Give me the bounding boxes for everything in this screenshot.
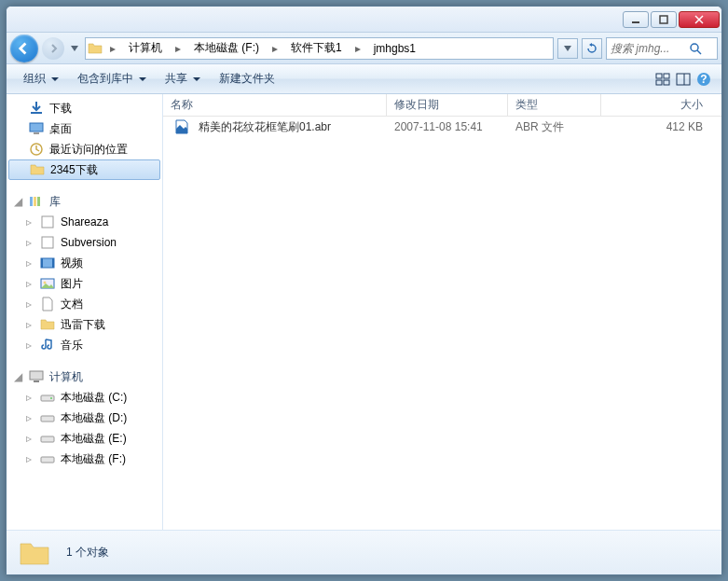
refresh-button[interactable] [582, 38, 602, 59]
address-bar[interactable]: ▸ 计算机 ▸ 本地磁盘 (F:) ▸ 软件下载1 ▸ jmhgbs1 [85, 37, 554, 60]
expander-icon[interactable]: ▹ [23, 319, 34, 330]
sidebar-item-music[interactable]: ▹音乐 [7, 335, 162, 355]
svg-rect-16 [34, 132, 39, 134]
svg-rect-20 [37, 197, 40, 206]
sidebar-item-desktop[interactable]: ▹桌面 [7, 118, 162, 139]
breadcrumb-folder2[interactable]: jmhgbs1 [368, 38, 421, 59]
minimize-button[interactable] [623, 11, 649, 28]
sidebar-item-drive-e[interactable]: ▹本地磁盘 (E:) [7, 428, 162, 449]
include-in-library-menu[interactable]: 包含到库中 [68, 64, 156, 93]
svg-point-4 [691, 44, 698, 51]
file-list[interactable]: 精美的花纹花框笔刷01.abr 2007-11-08 15:41 ABR 文件 … [163, 117, 721, 530]
expander-icon[interactable]: ▹ [23, 278, 34, 289]
drive-icon [40, 390, 55, 405]
expander-icon[interactable]: ▹ [23, 453, 34, 464]
breadcrumb-computer[interactable]: 计算机 [123, 38, 168, 59]
svg-rect-19 [34, 197, 36, 206]
folder-icon [88, 41, 103, 56]
svg-text:?: ? [700, 73, 707, 86]
tree-label: 迅雷下载 [61, 317, 105, 333]
sidebar-item-subversion[interactable]: ▹Subversion [7, 232, 162, 253]
sidebar-item-xunlei[interactable]: ▹迅雷下载 [7, 314, 162, 335]
expander-icon[interactable]: ▹ [23, 237, 34, 248]
refresh-dropdown[interactable] [557, 38, 578, 59]
close-button[interactable] [679, 11, 720, 28]
expander-icon[interactable]: ▹ [23, 392, 34, 403]
content-area: 名称 修改日期 类型 大小 精美的花纹花框笔刷01.abr 2007-11-08… [163, 94, 721, 530]
svg-rect-28 [30, 371, 43, 380]
nav-tree[interactable]: ▹下载 ▹桌面 ▹最近访问的位置 ▹2345下载 ◢库 ▹Shareaza ▹S… [7, 94, 163, 530]
svg-rect-14 [31, 112, 42, 114]
new-folder-button[interactable]: 新建文件夹 [210, 64, 284, 93]
svg-rect-6 [656, 74, 662, 78]
sidebar-item-recent[interactable]: ▹最近访问的位置 [7, 139, 162, 159]
tree-label: 视频 [61, 256, 83, 271]
svg-rect-9 [664, 80, 669, 85]
sidebar-item-pictures[interactable]: ▹图片 [7, 273, 162, 294]
tree-label: 计算机 [49, 369, 83, 385]
expander-icon[interactable]: ▹ [23, 257, 34, 269]
tree-label: 桌面 [49, 121, 72, 137]
tree-label: Subversion [61, 236, 117, 249]
organize-menu[interactable]: 组织 [14, 64, 68, 93]
sidebar-item-drive-d[interactable]: ▹本地磁盘 (D:) [7, 408, 162, 428]
expander-icon[interactable]: ◢ [12, 196, 23, 207]
sidebar-item-drive-f[interactable]: ▹本地磁盘 (F:) [7, 449, 162, 469]
app-icon [40, 214, 55, 229]
chevron-right-icon[interactable]: ▸ [268, 42, 282, 55]
download-icon [29, 101, 44, 116]
expander-icon[interactable]: ▹ [23, 339, 34, 351]
expander-icon[interactable]: ▹ [23, 433, 34, 444]
svg-line-5 [697, 50, 701, 54]
file-row[interactable]: 精美的花纹花框笔刷01.abr 2007-11-08 15:41 ABR 文件 … [163, 117, 721, 137]
history-dropdown[interactable] [68, 39, 81, 58]
column-date[interactable]: 修改日期 [387, 94, 508, 116]
column-size[interactable]: 大小 [601, 94, 721, 116]
pictures-icon [40, 276, 55, 291]
breadcrumb-folder1[interactable]: 软件下载1 [285, 38, 348, 59]
sidebar-item-documents[interactable]: ▹文档 [7, 294, 162, 314]
preview-pane-button[interactable] [673, 69, 694, 90]
sidebar-item-downloads[interactable]: ▹下载 [7, 98, 162, 118]
svg-rect-23 [41, 258, 54, 268]
expander-icon[interactable]: ◢ [12, 371, 23, 382]
breadcrumb-drive-f[interactable]: 本地磁盘 (F:) [188, 38, 265, 59]
back-button[interactable] [10, 35, 38, 62]
music-icon [40, 338, 55, 353]
expander-icon[interactable]: ▹ [23, 298, 34, 310]
file-date: 2007-11-08 15:41 [387, 120, 508, 133]
share-menu[interactable]: 共享 [156, 64, 210, 93]
expander-icon[interactable]: ▹ [23, 216, 34, 228]
svg-rect-8 [656, 80, 662, 85]
search-input[interactable] [611, 42, 685, 55]
documents-icon [40, 297, 55, 311]
search-box[interactable] [606, 37, 718, 60]
tree-label: 下载 [49, 101, 72, 117]
sidebar-section-computer[interactable]: ◢计算机 [7, 367, 162, 387]
tree-label: 音乐 [61, 338, 83, 353]
help-button[interactable]: ? [694, 69, 714, 90]
sidebar-item-video[interactable]: ▹视频 [7, 253, 162, 273]
chevron-right-icon[interactable]: ▸ [172, 42, 185, 55]
maximize-button[interactable] [651, 11, 677, 28]
chevron-right-icon[interactable]: ▸ [351, 42, 364, 55]
column-type[interactable]: 类型 [508, 94, 601, 116]
sidebar-item-shareaza[interactable]: ▹Shareaza [7, 212, 162, 232]
file-size: 412 KB [601, 120, 721, 133]
tree-label: 本地磁盘 (D:) [61, 410, 127, 426]
sidebar-item-drive-c[interactable]: ▹本地磁盘 (C:) [7, 387, 162, 408]
column-name[interactable]: 名称 [163, 94, 387, 116]
expander-icon[interactable]: ▹ [23, 412, 34, 423]
column-headers: 名称 修改日期 类型 大小 [163, 94, 721, 117]
sidebar-item-2345[interactable]: ▹2345下载 [8, 159, 160, 180]
svg-rect-1 [660, 16, 667, 23]
svg-rect-15 [30, 123, 43, 131]
svg-rect-18 [30, 197, 33, 206]
sidebar-section-libraries[interactable]: ◢库 [7, 191, 162, 212]
tree-label: 图片 [61, 276, 83, 292]
view-options-button[interactable] [652, 69, 673, 90]
forward-button[interactable] [42, 37, 64, 60]
drive-icon [40, 431, 55, 446]
tree-label: 最近访问的位置 [49, 142, 128, 158]
chevron-right-icon[interactable]: ▸ [106, 42, 119, 55]
